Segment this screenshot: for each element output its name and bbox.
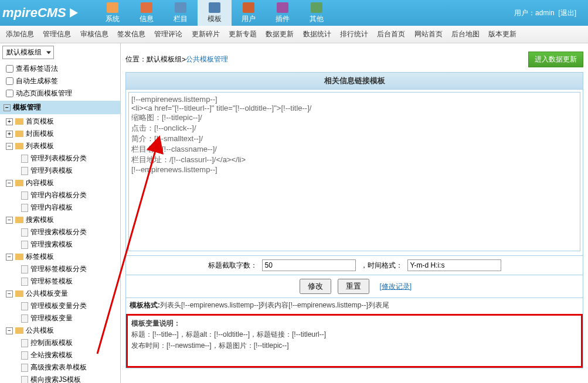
tree-leaf[interactable]: 管理内容模板分类: [4, 189, 117, 201]
checkbox[interactable]: [6, 77, 13, 85]
file-icon: [21, 314, 28, 323]
tree-item[interactable]: 自动生成标签: [4, 75, 117, 87]
file-icon: [21, 204, 28, 212]
annotation-vars-box: 模板变量说明： 标题：[!--title--]，标题alt：[!--oldtit…: [126, 314, 583, 368]
subnav-item[interactable]: 管理评论: [154, 30, 182, 38]
username: admin: [535, 9, 555, 17]
file-icon: [21, 167, 28, 175]
minus-icon: −: [4, 104, 11, 111]
chevron-right-icon: >: [182, 56, 186, 64]
file-icon: [21, 376, 28, 384]
folder-icon: [15, 254, 23, 260]
main-menu: 系统 信息 栏目 模板 用户 插件 其他: [96, 0, 334, 26]
subnav-item[interactable]: 版本更新: [488, 30, 516, 38]
subnav-item[interactable]: 更新专题: [229, 30, 257, 38]
menu-plugin[interactable]: 插件: [266, 0, 300, 26]
breadcrumb: 位置： 默认模板组 > 公共模板管理 进入数据更新: [125, 49, 583, 72]
update-data-button[interactable]: 进入数据更新: [528, 52, 583, 67]
subnav-item[interactable]: 管理信息: [43, 30, 71, 38]
file-icon: [21, 351, 28, 360]
gear-icon: [107, 2, 118, 13]
tree-leaf[interactable]: 管理标签模板分类: [4, 263, 117, 275]
subnav-item[interactable]: 后台地图: [451, 30, 480, 38]
tree-branch[interactable]: −公共模板: [4, 324, 117, 337]
menu-user[interactable]: 用户: [232, 0, 266, 26]
menu-other[interactable]: 其他: [300, 0, 334, 26]
logo-arrow-icon: [70, 8, 78, 18]
reset-button[interactable]: 重置: [338, 279, 369, 294]
label-time: ，时间格式：: [361, 261, 403, 271]
file-icon: [21, 278, 28, 286]
tree-branch[interactable]: −公共模板变量: [4, 288, 117, 300]
tree-leaf[interactable]: 高级搜索表单模板: [4, 361, 117, 374]
subnav-item[interactable]: 网站首页: [414, 30, 443, 38]
subnav-item[interactable]: 审核信息: [80, 30, 108, 38]
tree-leaf[interactable]: 管理标签模板: [4, 275, 117, 288]
subnav-item[interactable]: 添加信息: [6, 30, 34, 38]
form-row: 标题截取字数： ，时间格式：: [126, 255, 583, 275]
checkbox[interactable]: [6, 90, 13, 97]
breadcrumb-link[interactable]: 公共模板管理: [186, 54, 228, 64]
folder-icon: [15, 327, 23, 334]
menu-info[interactable]: 信息: [130, 0, 164, 26]
logo: mpireCMS: [0, 5, 84, 20]
subnav-item[interactable]: 后台首页: [377, 30, 405, 38]
tree-branch[interactable]: +首页模板: [4, 115, 117, 128]
template-icon: [209, 2, 220, 13]
menu-column[interactable]: 栏目: [164, 0, 198, 26]
tree-section-head[interactable]: −模板管理: [0, 101, 120, 114]
tree-leaf[interactable]: 控制面板模板: [4, 337, 117, 349]
format-info: 模板格式:列表头[!--empirenews.listtemp--]列表内容[!…: [126, 297, 583, 313]
tree-branch[interactable]: −标签模板: [4, 251, 117, 263]
subnav-item[interactable]: 数据统计: [303, 30, 331, 38]
folder-icon: [15, 118, 23, 125]
tree-item[interactable]: 查看标签语法: [4, 63, 117, 75]
tree-leaf[interactable]: 管理搜索模板分类: [4, 226, 117, 238]
logout-link[interactable]: [退出]: [558, 9, 576, 17]
checkbox[interactable]: [6, 65, 13, 73]
button-row: 修改 重置 [修改记录]: [126, 275, 583, 297]
user-info: 用户：admin [退出]: [514, 8, 576, 18]
tree-item[interactable]: 动态页面模板管理: [4, 87, 117, 100]
file-icon: [21, 339, 28, 347]
tree-leaf[interactable]: 管理内容模板: [4, 201, 117, 214]
subnav-item[interactable]: 更新碎片: [192, 30, 220, 38]
file-icon: [21, 228, 28, 237]
tree-leaf[interactable]: 管理搜索模板: [4, 238, 117, 251]
menu-system[interactable]: 系统: [96, 0, 130, 26]
time-format-input[interactable]: [407, 259, 501, 271]
tree-leaf[interactable]: 管理列表模板: [4, 165, 117, 177]
panel-title: 相关信息链接模板: [126, 73, 583, 90]
tree-leaf[interactable]: 管理模板变量分类: [4, 300, 117, 312]
subnav-item[interactable]: 数据更新: [266, 30, 294, 38]
template-group-select[interactable]: 默认模板组: [2, 46, 54, 59]
plus-icon: +: [6, 118, 13, 125]
tree-leaf[interactable]: 管理列表模板分类: [4, 152, 117, 165]
folder-icon: [15, 143, 23, 149]
tree-branch[interactable]: −列表模板: [4, 140, 117, 152]
template-code-textarea[interactable]: [128, 92, 580, 251]
minus-icon: −: [6, 290, 13, 297]
tree-branch[interactable]: −内容模板: [4, 177, 117, 189]
sidebar-tree: 查看标签语法 自动生成标签 动态页面模板管理: [0, 61, 120, 101]
minus-icon: −: [6, 143, 13, 150]
tree-branch[interactable]: −搜索模板: [4, 214, 117, 226]
minus-icon: −: [6, 327, 13, 334]
file-icon: [21, 192, 28, 200]
history-link[interactable]: [修改记录]: [380, 282, 412, 290]
tree-leaf[interactable]: 横向搜索JS模板: [4, 374, 117, 383]
file-icon: [21, 155, 28, 163]
subnav-item[interactable]: 签发信息: [117, 30, 145, 38]
tree-branch[interactable]: +封面模板: [4, 128, 117, 140]
tree-leaf[interactable]: 管理模板变量: [4, 312, 117, 324]
plugin-icon: [277, 2, 288, 13]
plus-icon: +: [6, 131, 13, 138]
menu-template[interactable]: 模板: [198, 0, 232, 26]
modify-button[interactable]: 修改: [300, 279, 331, 294]
template-panel: 相关信息链接模板 标题截取字数： ，时间格式： 修改 重置 [修改记录] 模板格…: [125, 72, 583, 368]
subnav-item[interactable]: 排行统计: [340, 30, 368, 38]
title-chars-input[interactable]: [262, 259, 356, 271]
tree-leaf[interactable]: 全站搜索模板: [4, 349, 117, 361]
layout: 默认模板组 查看标签语法 自动生成标签 动态页面模板管理 −模板管理 +首页模板…: [0, 43, 588, 383]
top-bar: mpireCMS 系统 信息 栏目 模板 用户 插件 其他 用户：admin […: [0, 0, 588, 26]
